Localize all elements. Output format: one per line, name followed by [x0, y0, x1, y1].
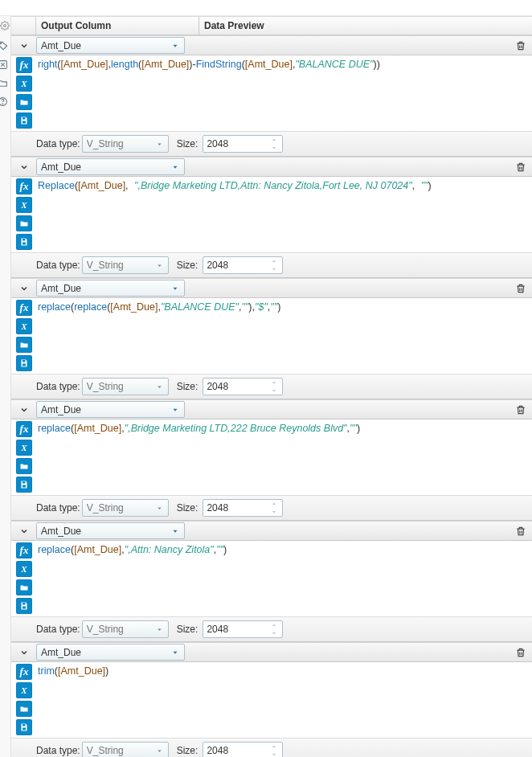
row-toggle[interactable]: [11, 158, 36, 176]
spinner-up-icon[interactable]: [266, 621, 282, 629]
dropdown-caret-icon: [169, 282, 182, 294]
data-type-value: V_String: [87, 138, 124, 149]
size-input-wrap: [203, 620, 283, 638]
variable-button[interactable]: X: [16, 440, 32, 456]
gear-icon[interactable]: [0, 21, 10, 31]
row-toggle[interactable]: [11, 522, 36, 540]
size-spinner[interactable]: [266, 621, 282, 637]
size-spinner[interactable]: [266, 136, 282, 152]
spinner-up-icon[interactable]: [266, 743, 282, 751]
delete-button[interactable]: [514, 525, 527, 538]
spinner-up-icon[interactable]: [266, 136, 282, 144]
size-input[interactable]: [203, 138, 260, 149]
dropdown-caret-icon: [169, 525, 182, 537]
spinner-up-icon[interactable]: [266, 257, 282, 265]
folder-button[interactable]: [16, 94, 32, 110]
size-input[interactable]: [203, 260, 260, 271]
size-input[interactable]: [203, 502, 260, 514]
folder-button[interactable]: [16, 701, 32, 717]
x-icon[interactable]: [0, 59, 12, 70]
data-type-select[interactable]: V_String: [82, 742, 169, 757]
data-type-label: Data type:: [36, 624, 80, 635]
fx-button[interactable]: fx: [16, 57, 32, 73]
svg-point-4: [2, 104, 3, 104]
fx-button[interactable]: fx: [16, 664, 32, 680]
svg-rect-8: [23, 243, 26, 245]
help-icon[interactable]: [0, 96, 12, 107]
data-type-select[interactable]: V_String: [82, 499, 169, 517]
output-column-select[interactable]: Amt_Due: [36, 37, 185, 54]
output-column-select[interactable]: Amt_Due: [36, 158, 185, 175]
save-button[interactable]: [16, 113, 32, 129]
delete-button[interactable]: [514, 161, 527, 174]
tag-icon[interactable]: [0, 40, 12, 51]
save-button[interactable]: [16, 355, 32, 371]
delete-button[interactable]: [514, 282, 527, 295]
variable-button[interactable]: X: [16, 197, 32, 213]
folder-button[interactable]: [16, 215, 32, 231]
folder-icon[interactable]: [0, 78, 12, 88]
size-spinner[interactable]: [266, 378, 282, 395]
size-input[interactable]: [203, 745, 260, 756]
delete-button[interactable]: [514, 39, 527, 52]
data-type-select[interactable]: V_String: [82, 378, 169, 395]
row-subheader: Amt_Due: [11, 642, 532, 662]
delete-button[interactable]: [514, 403, 527, 416]
expression-row: Amt_Due fx X: [11, 278, 532, 399]
output-column-select[interactable]: Amt_Due: [36, 401, 185, 418]
row-subheader: Amt_Due: [11, 157, 532, 177]
spinner-down-icon[interactable]: [266, 144, 282, 152]
spinner-down-icon[interactable]: [266, 751, 282, 757]
folder-button[interactable]: [16, 337, 32, 353]
row-footer: Data type: V_String Size:: [11, 738, 532, 757]
size-spinner[interactable]: [266, 257, 282, 273]
variable-button[interactable]: X: [16, 682, 32, 698]
chevron-down-icon: [18, 647, 30, 658]
expression-editor[interactable]: replace([Amt_Due],",Attn: Nancy Zitola",…: [36, 541, 532, 616]
output-column-select[interactable]: Amt_Due: [36, 522, 185, 539]
fx-button[interactable]: fx: [16, 421, 32, 437]
delete-button[interactable]: [514, 646, 527, 659]
root: Output Column Data Preview Amt_Due: [0, 0, 532, 757]
spinner-down-icon[interactable]: [266, 508, 282, 516]
fx-button[interactable]: fx: [16, 178, 32, 194]
expression-editor[interactable]: trim([Amt_Due]): [36, 662, 532, 737]
variable-button[interactable]: X: [16, 76, 32, 92]
output-column-select[interactable]: Amt_Due: [36, 644, 185, 661]
expression-editor[interactable]: replace([Amt_Due],",Bridge Marketing LTD…: [36, 419, 532, 494]
dropdown-caret-icon: [169, 39, 182, 51]
variable-button[interactable]: X: [16, 561, 32, 577]
row-toggle[interactable]: [11, 643, 36, 661]
row-toggle[interactable]: [11, 400, 36, 419]
size-input[interactable]: [203, 624, 260, 635]
spinner-up-icon[interactable]: [266, 500, 282, 508]
fx-button[interactable]: fx: [16, 542, 32, 559]
variable-button[interactable]: X: [16, 318, 32, 334]
chevron-down-icon: [18, 162, 30, 173]
spinner-up-icon[interactable]: [266, 378, 282, 387]
folder-button[interactable]: [16, 458, 32, 474]
spinner-down-icon[interactable]: [266, 629, 282, 637]
expression-editor[interactable]: right([Amt_Due],length([Amt_Due])-FindSt…: [36, 55, 532, 130]
output-column-value: Amt_Due: [41, 647, 81, 658]
expression-editor[interactable]: Replace([Amt_Due], ",Bridge Marketing LT…: [36, 177, 532, 252]
fx-button[interactable]: fx: [16, 300, 32, 316]
expression-editor[interactable]: replace(replace([Amt_Due],"BALANCE DUE",…: [36, 298, 532, 373]
output-column-select[interactable]: Amt_Due: [36, 280, 185, 297]
data-type-select[interactable]: V_String: [82, 135, 169, 153]
folder-button[interactable]: [16, 579, 32, 595]
spinner-down-icon[interactable]: [266, 265, 282, 273]
size-spinner[interactable]: [266, 743, 282, 757]
size-spinner[interactable]: [266, 500, 282, 516]
expression-row: Amt_Due fx X: [11, 521, 532, 642]
spinner-down-icon[interactable]: [266, 387, 282, 395]
save-button[interactable]: [16, 719, 32, 735]
save-button[interactable]: [16, 477, 32, 493]
data-type-select[interactable]: V_String: [82, 256, 169, 274]
data-type-select[interactable]: V_String: [82, 620, 169, 638]
save-button[interactable]: [16, 598, 32, 614]
save-button[interactable]: [16, 234, 32, 250]
size-input[interactable]: [203, 381, 260, 392]
row-toggle[interactable]: [11, 36, 36, 55]
row-toggle[interactable]: [11, 279, 36, 297]
